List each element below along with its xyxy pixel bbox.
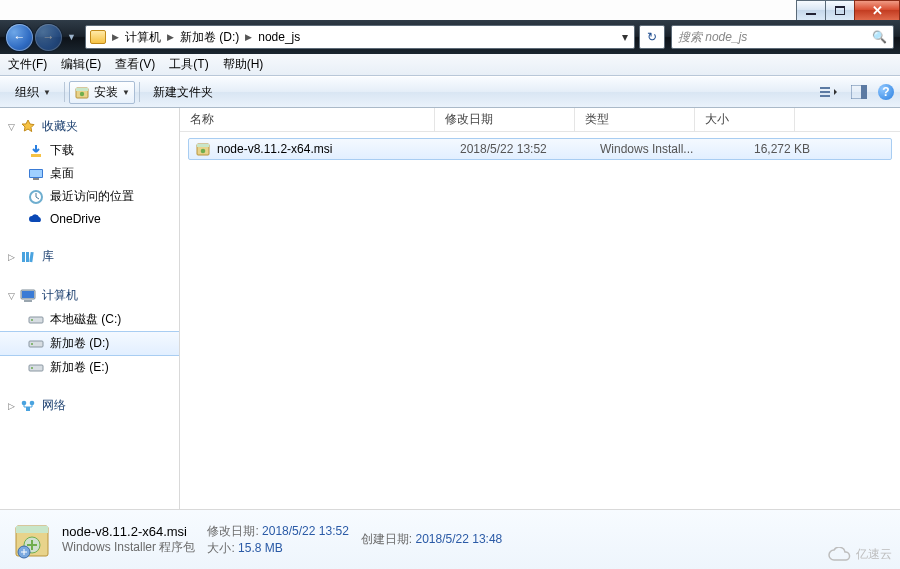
menu-edit[interactable]: 编辑(E)	[61, 56, 101, 73]
expand-icon[interactable]: ▷	[8, 252, 20, 262]
chevron-right-icon: ▶	[243, 32, 254, 42]
svg-rect-1	[76, 88, 88, 91]
separator	[64, 82, 65, 102]
chevron-right-icon: ▶	[110, 32, 121, 42]
history-dropdown-icon[interactable]: ▼	[67, 32, 76, 42]
file-name: node-v8.11.2-x64.msi	[217, 142, 460, 156]
drive-icon	[28, 312, 44, 328]
navigation-bar: ← → ▼ ▶ 计算机 ▶ 新加卷 (D:) ▶ node_js ▾ ↻ 搜索 …	[0, 20, 900, 54]
sidebar-computer[interactable]: ▽ 计算机	[0, 283, 179, 308]
column-type[interactable]: 类型	[575, 108, 695, 131]
sidebar-item-downloads[interactable]: 下载	[0, 139, 179, 162]
computer-icon	[20, 288, 36, 304]
watermark: 亿速云	[826, 546, 892, 563]
menu-help[interactable]: 帮助(H)	[223, 56, 264, 73]
collapse-icon[interactable]: ▽	[8, 122, 20, 132]
details-size-value: 15.8 MB	[238, 541, 283, 555]
file-size: 16,272 KB	[720, 142, 820, 156]
svg-point-20	[31, 319, 33, 321]
svg-point-30	[201, 149, 206, 154]
svg-rect-5	[820, 95, 830, 97]
svg-point-24	[31, 367, 33, 369]
collapse-icon[interactable]: ▽	[8, 291, 20, 301]
svg-point-25	[22, 400, 27, 405]
breadcrumb-computer[interactable]: 计算机	[121, 26, 165, 48]
expand-icon[interactable]: ▷	[8, 401, 20, 411]
sidebar-favorites[interactable]: ▽ 收藏夹	[0, 114, 179, 139]
search-input[interactable]: 搜索 node_js 🔍	[671, 25, 894, 49]
svg-point-2	[80, 92, 84, 96]
svg-rect-27	[26, 407, 30, 411]
svg-rect-7	[861, 85, 867, 99]
details-title: node-v8.11.2-x64.msi	[62, 524, 195, 539]
svg-rect-32	[16, 526, 48, 533]
command-bar: 组织▼ 安装▼ 新建文件夹 ?	[0, 76, 900, 108]
column-name[interactable]: 名称	[180, 108, 435, 131]
address-bar[interactable]: ▶ 计算机 ▶ 新加卷 (D:) ▶ node_js ▾	[85, 25, 635, 49]
install-button[interactable]: 安装▼	[69, 81, 135, 104]
sidebar-item-onedrive[interactable]: OneDrive	[0, 208, 179, 230]
sidebar-item-desktop[interactable]: 桌面	[0, 162, 179, 185]
menu-tools[interactable]: 工具(T)	[169, 56, 208, 73]
breadcrumb-drive[interactable]: 新加卷 (D:)	[176, 26, 243, 48]
organize-button[interactable]: 组织▼	[6, 80, 60, 105]
search-icon[interactable]: 🔍	[872, 30, 887, 44]
close-button[interactable]: ✕	[854, 0, 900, 20]
svg-rect-18	[24, 300, 32, 302]
view-options-button[interactable]	[818, 82, 840, 102]
file-list: 名称 修改日期 类型 大小 node-v8.11.2-x64.msi 2018/…	[180, 108, 900, 509]
help-button[interactable]: ?	[878, 84, 894, 100]
drive-icon	[28, 336, 44, 352]
svg-point-26	[30, 400, 35, 405]
svg-rect-11	[33, 178, 39, 180]
details-created-value: 2018/5/22 13:48	[416, 532, 503, 546]
star-icon	[20, 119, 36, 135]
download-icon	[28, 143, 44, 159]
msi-file-icon	[195, 141, 211, 157]
svg-rect-10	[30, 170, 42, 177]
file-type: Windows Install...	[600, 142, 720, 156]
separator	[139, 82, 140, 102]
details-mod-value: 2018/5/22 13:52	[262, 524, 349, 538]
column-date[interactable]: 修改日期	[435, 108, 575, 131]
forward-button[interactable]: →	[35, 24, 62, 51]
network-icon	[20, 398, 36, 414]
preview-pane-button[interactable]	[848, 82, 870, 102]
details-created-key: 创建日期:	[361, 532, 412, 546]
svg-rect-13	[22, 252, 25, 262]
file-row[interactable]: node-v8.11.2-x64.msi 2018/5/22 13:52 Win…	[188, 138, 892, 160]
onedrive-icon	[28, 211, 44, 227]
svg-rect-15	[29, 251, 33, 261]
svg-rect-17	[22, 291, 34, 298]
details-subtitle: Windows Installer 程序包	[62, 539, 195, 556]
address-dropdown-icon[interactable]: ▾	[616, 30, 634, 44]
sidebar-network[interactable]: ▷ 网络	[0, 393, 179, 418]
svg-rect-3	[820, 87, 830, 89]
sidebar-drive-c[interactable]: 本地磁盘 (C:)	[0, 308, 179, 331]
details-mod-key: 修改日期:	[207, 524, 258, 538]
menu-view[interactable]: 查看(V)	[115, 56, 155, 73]
menu-file[interactable]: 文件(F)	[8, 56, 47, 73]
sidebar-item-recent[interactable]: 最近访问的位置	[0, 185, 179, 208]
search-placeholder: 搜索 node_js	[678, 29, 747, 46]
svg-rect-29	[197, 144, 209, 147]
drive-icon	[28, 360, 44, 376]
menu-bar: 文件(F) 编辑(E) 查看(V) 工具(T) 帮助(H)	[0, 54, 900, 76]
column-size[interactable]: 大小	[695, 108, 795, 131]
library-icon	[20, 249, 36, 265]
file-date: 2018/5/22 13:52	[460, 142, 600, 156]
minimize-button[interactable]	[796, 0, 826, 20]
breadcrumb-folder[interactable]: node_js	[254, 26, 304, 48]
chevron-right-icon: ▶	[165, 32, 176, 42]
back-button[interactable]: ←	[6, 24, 33, 51]
maximize-button[interactable]	[825, 0, 855, 20]
refresh-button[interactable]: ↻	[639, 25, 665, 49]
msi-file-icon	[12, 520, 52, 560]
sidebar-libraries[interactable]: ▷ 库	[0, 244, 179, 269]
sidebar-drive-d[interactable]: 新加卷 (D:)	[0, 331, 179, 356]
details-pane: node-v8.11.2-x64.msi Windows Installer 程…	[0, 509, 900, 569]
svg-rect-14	[26, 252, 29, 262]
new-folder-button[interactable]: 新建文件夹	[144, 80, 222, 105]
sidebar-drive-e[interactable]: 新加卷 (E:)	[0, 356, 179, 379]
chevron-down-icon: ▼	[43, 88, 51, 97]
